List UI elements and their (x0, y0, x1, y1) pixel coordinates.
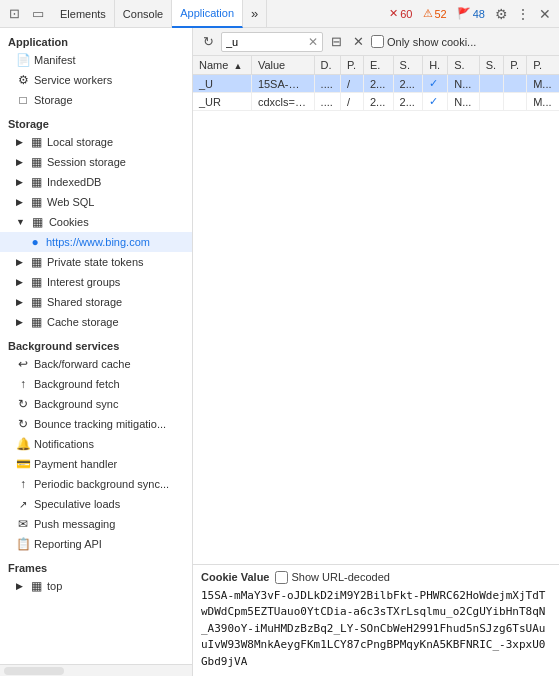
sidebar-item-reporting-api[interactable]: 📋 Reporting API (0, 534, 192, 554)
delete-button[interactable]: ✕ (349, 33, 367, 51)
table-row[interactable]: _U 15SA-mMaY3... .... / 2... 2... ✓ N...… (193, 75, 559, 93)
sidebar-item-manifest[interactable]: 📄 Manifest (0, 50, 192, 70)
warning-count-badge[interactable]: ⚠ 52 (419, 6, 451, 21)
refresh-button[interactable]: ↻ (199, 33, 217, 51)
sidebar-item-service-workers[interactable]: ⚙ Service workers (0, 70, 192, 90)
col-p2[interactable]: P. (504, 56, 527, 75)
tab-bar: Elements Console Application » (52, 0, 381, 28)
inspect-icon[interactable]: ⊡ (4, 4, 24, 24)
session-storage-icon: ▦ (29, 155, 43, 169)
error-icon: ✕ (389, 7, 398, 20)
manifest-label: Manifest (34, 54, 186, 66)
sidebar-item-shared-storage[interactable]: ▶ ▦ Shared storage (0, 292, 192, 312)
sidebar-item-session-storage[interactable]: ▶ ▦ Session storage (0, 152, 192, 172)
top-toolbar: ⊡ ▭ Elements Console Application » ✕ 60 … (0, 0, 559, 28)
error-count: 60 (400, 8, 412, 20)
sidebar-item-indexeddb[interactable]: ▶ ▦ IndexedDB (0, 172, 192, 192)
col-s[interactable]: S. (393, 56, 423, 75)
sidebar-item-back-forward-cache[interactable]: ↩ Back/forward cache (0, 354, 192, 374)
payment-handler-icon: 💳 (16, 457, 30, 471)
cell-value: 15SA-mMaY3... (251, 75, 314, 93)
cell-h: ✓ (423, 75, 448, 93)
settings-button[interactable]: ⚙ (491, 4, 511, 24)
service-workers-label: Service workers (34, 74, 186, 86)
sidebar-item-storage-app[interactable]: □ Storage (0, 90, 192, 110)
private-state-tokens-label: Private state tokens (47, 256, 186, 268)
local-storage-icon: ▦ (29, 135, 43, 149)
cell-s: 2... (393, 93, 423, 111)
private-state-tokens-icon: ▦ (29, 255, 43, 269)
sort-name-icon: ▲ (233, 61, 242, 71)
sidebar-item-speculative-loads[interactable]: ↗ Speculative loads (0, 494, 192, 514)
notifications-icon: 🔔 (16, 437, 30, 451)
cell-h: ✓ (423, 93, 448, 111)
sidebar-item-cookies[interactable]: ▼ ▦ Cookies (0, 212, 192, 232)
tab-elements[interactable]: Elements (52, 0, 115, 28)
websql-icon: ▦ (29, 195, 43, 209)
col-s2[interactable]: S. (448, 56, 480, 75)
manifest-icon: 📄 (16, 53, 30, 67)
cell-e: 2... (363, 75, 393, 93)
cell-d: .... (314, 75, 340, 93)
info-icon: 🚩 (457, 7, 471, 20)
close-devtools-button[interactable]: ✕ (535, 4, 555, 24)
sidebar-item-push-messaging[interactable]: ✉ Push messaging (0, 514, 192, 534)
show-url-decoded-checkbox[interactable] (275, 571, 288, 584)
table-row[interactable]: _UR cdxcls=0&QS... .... / 2... 2... ✓ N.… (193, 93, 559, 111)
sidebar-item-bing-cookies[interactable]: ● https://www.bing.com (0, 232, 192, 252)
sidebar-item-bounce-tracking[interactable]: ↻ Bounce tracking mitigatio... (0, 414, 192, 434)
show-url-decoded-label[interactable]: Show URL-decoded (275, 571, 389, 584)
sidebar-item-frames-top[interactable]: ▶ ▦ top (0, 576, 192, 596)
col-h[interactable]: H. (423, 56, 448, 75)
only-show-cookies-label[interactable]: Only show cooki... (371, 35, 476, 48)
cookie-value-panel: Cookie Value Show URL-decoded 15SA-mMaY3… (193, 564, 559, 677)
sidebar-item-payment-handler[interactable]: 💳 Payment handler (0, 454, 192, 474)
sidebar-item-websql[interactable]: ▶ ▦ Web SQL (0, 192, 192, 212)
col-d[interactable]: D. (314, 56, 340, 75)
col-p[interactable]: P. (340, 56, 363, 75)
expand-indexeddb-icon: ▶ (16, 177, 23, 187)
cell-p3: M... (527, 93, 559, 111)
col-name[interactable]: Name ▲ (193, 56, 251, 75)
push-messaging-label: Push messaging (34, 518, 186, 530)
col-value[interactable]: Value (251, 56, 314, 75)
more-options-button[interactable]: ⋮ (513, 4, 533, 24)
col-s3[interactable]: S. (479, 56, 503, 75)
sidebar-item-background-sync[interactable]: ↻ Background sync (0, 394, 192, 414)
session-storage-label: Session storage (47, 156, 186, 168)
sidebar-item-interest-groups[interactable]: ▶ ▦ Interest groups (0, 272, 192, 292)
cookie-table-wrapper: Name ▲ Value D. P. E. S. H. S. S. P. P. (193, 56, 559, 564)
col-p3[interactable]: P. (527, 56, 559, 75)
sidebar-item-periodic-background-sync[interactable]: ↑ Periodic background sync... (0, 474, 192, 494)
sidebar-item-notifications[interactable]: 🔔 Notifications (0, 434, 192, 454)
cell-name: _UR (193, 93, 251, 111)
interest-groups-icon: ▦ (29, 275, 43, 289)
only-show-cookies-checkbox[interactable] (371, 35, 384, 48)
tab-application[interactable]: Application (172, 0, 243, 28)
filter-button[interactable]: ⊟ (327, 33, 345, 51)
cell-s3 (479, 75, 503, 93)
cell-d: .... (314, 93, 340, 111)
periodic-background-sync-icon: ↑ (16, 477, 30, 491)
tab-console[interactable]: Console (115, 0, 172, 28)
search-input[interactable] (226, 36, 306, 48)
cookie-value-label: Cookie Value (201, 571, 269, 583)
device-icon[interactable]: ▭ (28, 4, 48, 24)
cell-p2 (504, 93, 527, 111)
search-input-wrapper: ✕ (221, 32, 323, 52)
sidebar-item-private-state-tokens[interactable]: ▶ ▦ Private state tokens (0, 252, 192, 272)
info-count-badge[interactable]: 🚩 48 (453, 6, 489, 21)
sidebar-item-local-storage[interactable]: ▶ ▦ Local storage (0, 132, 192, 152)
cache-storage-label: Cache storage (47, 316, 186, 328)
expand-local-storage-icon: ▶ (16, 137, 23, 147)
sidebar-horizontal-scrollbar[interactable] (4, 667, 64, 675)
cookie-value-text: 15SA-mMaY3vF-oJDLkD2iM9Y2BilbFkt-PHWRC62… (201, 588, 551, 671)
cell-p3: M... (527, 75, 559, 93)
sidebar-item-cache-storage[interactable]: ▶ ▦ Cache storage (0, 312, 192, 332)
tab-more[interactable]: » (243, 0, 267, 28)
error-count-badge[interactable]: ✕ 60 (385, 6, 416, 21)
col-e[interactable]: E. (363, 56, 393, 75)
sidebar-item-background-fetch[interactable]: ↑ Background fetch (0, 374, 192, 394)
expand-shared-storage-icon: ▶ (16, 297, 23, 307)
search-clear-button[interactable]: ✕ (308, 36, 318, 48)
